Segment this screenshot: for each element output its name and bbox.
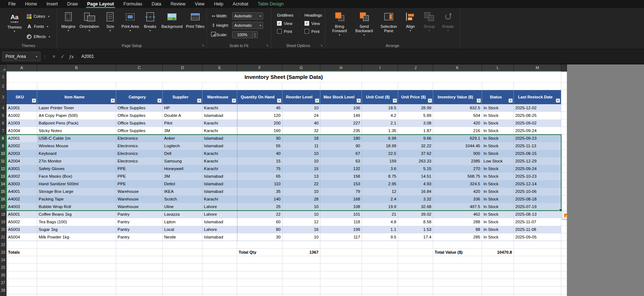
filter-button-reorder-level[interactable]: ▾ — [315, 98, 319, 103]
cell-B19[interactable]: Tea Bags (100) — [37, 218, 116, 226]
cell-M18[interactable]: 2025-08-13 — [514, 211, 561, 218]
cell-D23[interactable] — [163, 249, 202, 256]
cell-G16[interactable]: 28 — [282, 195, 320, 203]
cell-C7[interactable]: Office Supplies — [116, 127, 163, 135]
scale-spinner[interactable]: ▴▾ — [252, 31, 258, 38]
cell-J21[interactable]: 17.4 — [398, 233, 433, 241]
header-cell-K[interactable]: Inventory Value ($)▾ — [433, 90, 482, 104]
cell-beyond-3[interactable] — [561, 90, 567, 104]
width-select[interactable]: Automatic▾ — [232, 12, 263, 20]
cell-B25[interactable] — [37, 264, 116, 271]
cell-G18[interactable]: 10 — [282, 211, 320, 218]
cell-C18[interactable]: Pantry — [116, 211, 163, 218]
cell-I10[interactable]: 22.5 — [362, 150, 398, 157]
print-area-button[interactable]: Print Area▾ — [120, 9, 140, 32]
header-cell-E[interactable]: Warehouse▾ — [202, 90, 237, 104]
cell-A23[interactable]: Totals — [7, 249, 37, 256]
print-titles-button[interactable]: Print Titles — [184, 9, 206, 32]
filter-button-supplier[interactable]: ▾ — [197, 98, 201, 103]
insert-function-icon[interactable]: ƒx — [67, 54, 76, 59]
cell-beyond-27[interactable] — [561, 279, 567, 287]
cell-E24[interactable] — [202, 256, 237, 264]
cell-B5[interactable]: A4 Copy Paper (500) — [37, 112, 116, 119]
cell-D20[interactable]: Local — [163, 226, 202, 233]
cell-E15[interactable]: Islamabad — [202, 188, 237, 195]
cell-A17[interactable]: A4003 — [7, 203, 37, 211]
cell-K4[interactable]: 832.5 — [433, 104, 482, 112]
cell-M9[interactable]: 2025-11-13 — [514, 142, 561, 150]
cell-beyond-7[interactable] — [561, 127, 567, 135]
header-cell-C[interactable]: Category▾ — [116, 90, 163, 104]
cell-C9[interactable]: Electronics — [116, 142, 163, 150]
filter-button-unit-price-[interactable]: ▾ — [428, 98, 432, 103]
row-header-5[interactable]: 5 — [0, 112, 7, 119]
cell-I24[interactable] — [362, 256, 398, 264]
orientation-button[interactable]: Orientation▾ — [78, 9, 101, 32]
cell-G8[interactable]: 18 — [282, 135, 320, 142]
cell-A4[interactable]: A1001 — [7, 104, 37, 112]
cell-F13[interactable]: 65 — [237, 173, 282, 180]
cell-C14[interactable]: PPE — [116, 180, 163, 188]
cell-I19[interactable]: 4.8 — [362, 218, 398, 226]
row-header-25[interactable]: 25 — [0, 264, 7, 271]
cell-M12[interactable]: 2025-09-24 — [514, 165, 561, 173]
cell-K26[interactable] — [433, 271, 482, 279]
cell-beyond-24[interactable] — [561, 256, 567, 264]
row-header-1[interactable]: 1 — [0, 72, 7, 83]
formula-input[interactable]: A2001 — [76, 54, 644, 59]
cell-I7[interactable]: 1.35 — [362, 127, 398, 135]
cell-J20[interactable]: 1.53 — [398, 226, 433, 233]
cell-beyond-2[interactable] — [561, 83, 567, 90]
row-header-4[interactable]: 4 — [0, 104, 7, 112]
background-button[interactable]: Background — [160, 9, 184, 32]
cell-A19[interactable]: A5002 — [7, 218, 37, 226]
cell-M24[interactable] — [514, 256, 561, 264]
row-header-15[interactable]: 15 — [0, 188, 7, 195]
cell-E16[interactable]: Karachi — [202, 195, 237, 203]
cell-K16[interactable]: 336 — [433, 195, 482, 203]
cell-D2[interactable] — [163, 83, 202, 90]
cell-L7[interactable]: In Stock — [482, 127, 514, 135]
col-header-K[interactable]: K — [433, 64, 482, 72]
quick-analysis-button[interactable] — [562, 211, 567, 219]
cell-beyond-23[interactable] — [561, 249, 567, 256]
cell-A10[interactable]: A2003 — [7, 150, 37, 157]
cell-C6[interactable]: Office Supplies — [116, 119, 163, 127]
cell-I26[interactable] — [362, 271, 398, 279]
cell-L19[interactable]: In Stock — [482, 218, 514, 226]
cell-M10[interactable]: 2025-08-15 — [514, 150, 561, 157]
cell-G19[interactable]: 12 — [282, 218, 320, 226]
cell-M13[interactable]: 2025-10-23 — [514, 173, 561, 180]
row-header-18[interactable]: 18 — [0, 211, 7, 218]
cell-I27[interactable] — [362, 279, 398, 287]
cell-F19[interactable]: 60 — [237, 218, 282, 226]
cell-B29[interactable] — [37, 294, 116, 296]
cell-E28[interactable] — [202, 287, 237, 294]
cell-E26[interactable] — [202, 271, 237, 279]
select-all-button[interactable] — [0, 64, 7, 72]
cell-L8[interactable]: In Stock — [482, 135, 514, 142]
tab-file[interactable]: File — [4, 0, 20, 8]
cell-F8[interactable]: 90 — [237, 135, 282, 142]
cell-A13[interactable]: A3002 — [7, 173, 37, 180]
cell-B28[interactable] — [37, 287, 116, 294]
send-backward-button[interactable]: Send Backward▾ — [352, 9, 376, 37]
cell-A25[interactable] — [7, 264, 37, 271]
cell-C12[interactable]: PPE — [116, 165, 163, 173]
cell-F21[interactable]: 30 — [237, 233, 282, 241]
cell-M15[interactable]: 2025-10-06 — [514, 188, 561, 195]
cell-I6[interactable]: 2.1 — [362, 119, 398, 127]
cell-I16[interactable]: 2.4 — [362, 195, 398, 203]
row-header-17[interactable]: 17 — [0, 203, 7, 211]
cell-G6[interactable]: 40 — [282, 119, 320, 127]
cell-F28[interactable] — [237, 287, 282, 294]
cell-E23[interactable] — [202, 249, 237, 256]
cell-J28[interactable] — [398, 287, 433, 294]
cell-G25[interactable] — [282, 264, 320, 271]
cell-F24[interactable] — [237, 256, 282, 264]
cell-C26[interactable] — [116, 271, 163, 279]
cell-G28[interactable] — [282, 287, 320, 294]
cell-M17[interactable]: 2025-07-19 — [514, 203, 561, 211]
cell-G24[interactable] — [282, 256, 320, 264]
cell-F29[interactable] — [237, 294, 282, 296]
